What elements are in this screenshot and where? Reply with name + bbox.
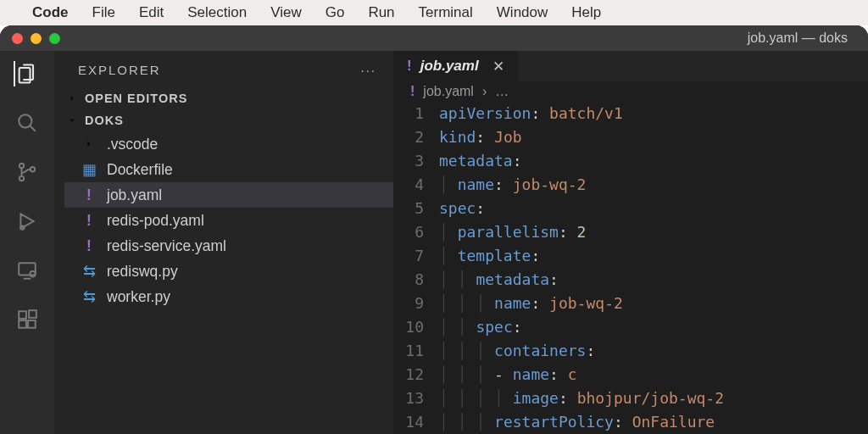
tab-job-yaml[interactable]: ! job.yaml ✕ — [393, 51, 518, 81]
file-row[interactable]: !redis-pod.yaml — [64, 208, 393, 233]
chevron-right-icon: › — [482, 84, 487, 99]
menu-run[interactable]: Run — [356, 4, 406, 21]
menu-app[interactable]: Code — [20, 4, 81, 21]
breadcrumb-rest: … — [495, 84, 509, 99]
file-row[interactable]: ⇆rediswq.py — [64, 259, 393, 284]
chevron-right-icon — [68, 92, 78, 105]
remote-activity-icon[interactable] — [14, 258, 40, 283]
python-file-icon: ⇆ — [80, 263, 98, 281]
search-activity-icon[interactable] — [14, 110, 40, 136]
window-title: job.yaml — doks — [748, 31, 848, 46]
explorer-more-icon[interactable]: ··· — [360, 63, 376, 77]
workspace-folder-label: DOKS — [85, 114, 124, 127]
explorer-activity-icon[interactable] — [14, 61, 39, 86]
menu-go[interactable]: Go — [314, 4, 357, 21]
svg-rect-7 — [19, 263, 36, 275]
svg-point-4 — [31, 167, 35, 171]
file-row[interactable]: !job.yaml — [64, 182, 393, 208]
python-file-icon: ⇆ — [80, 288, 98, 306]
run-debug-activity-icon[interactable] — [14, 209, 40, 234]
close-tab-icon[interactable]: ✕ — [492, 58, 504, 75]
svg-point-9 — [30, 271, 36, 277]
file-label: worker.py — [107, 288, 170, 306]
docker-file-icon: ▦ — [80, 161, 98, 179]
file-row[interactable]: ▦Dockerfile — [64, 157, 393, 182]
chevron-down-icon — [68, 114, 78, 127]
traffic-lights — [0, 33, 60, 44]
svg-line-1 — [30, 125, 36, 131]
extensions-activity-icon[interactable] — [14, 307, 40, 332]
macos-menubar: Code File Edit Selection View Go Run Ter… — [0, 0, 868, 25]
chevron-right-icon — [80, 139, 98, 149]
svg-rect-10 — [19, 311, 26, 319]
menu-file[interactable]: File — [81, 4, 127, 21]
svg-rect-13 — [29, 310, 36, 318]
file-label: redis-service.yaml — [107, 237, 226, 255]
breadcrumb[interactable]: ! job.yaml › … — [393, 81, 868, 102]
svg-point-0 — [19, 114, 31, 127]
menu-selection[interactable]: Selection — [175, 4, 259, 21]
tab-label: job.yaml — [420, 58, 479, 75]
yaml-file-icon: ! — [410, 84, 415, 99]
file-label: job.yaml — [107, 186, 162, 204]
code-editor[interactable]: 1apiVersion: batch/v12kind: Job3metadata… — [393, 102, 868, 434]
open-editors-label: OPEN EDITORS — [85, 92, 187, 105]
file-label: .vscode — [107, 136, 158, 153]
file-label: redis-pod.yaml — [107, 212, 204, 230]
minimize-window-button[interactable] — [31, 33, 42, 44]
folder-section[interactable]: DOKS — [54, 109, 393, 131]
explorer-panel: EXPLORER ··· OPEN EDITORS DOKS .vscode▦D… — [54, 51, 393, 434]
svg-point-3 — [19, 176, 24, 181]
file-tree: .vscode▦Dockerfile!job.yaml!redis-pod.ya… — [54, 131, 393, 309]
menu-window[interactable]: Window — [485, 4, 559, 21]
svg-rect-11 — [19, 320, 26, 328]
explorer-title: EXPLORER — [78, 63, 161, 77]
folder-row[interactable]: .vscode — [64, 131, 393, 157]
yaml-file-icon: ! — [80, 212, 98, 230]
source-control-activity-icon[interactable] — [14, 159, 40, 185]
yaml-file-icon: ! — [407, 58, 412, 75]
file-row[interactable]: ⇆worker.py — [64, 284, 393, 309]
zoom-window-button[interactable] — [49, 33, 60, 44]
menu-help[interactable]: Help — [559, 4, 613, 21]
menu-view[interactable]: View — [259, 4, 314, 21]
file-label: rediswq.py — [107, 263, 178, 281]
svg-point-2 — [19, 164, 24, 168]
breadcrumb-file: job.yaml — [423, 84, 474, 99]
menu-edit[interactable]: Edit — [127, 4, 175, 21]
activity-bar — [0, 51, 54, 434]
vscode-window: job.yaml — doks — [0, 25, 868, 434]
menu-terminal[interactable]: Terminal — [407, 4, 485, 21]
file-row[interactable]: !redis-service.yaml — [64, 233, 393, 259]
yaml-file-icon: ! — [80, 186, 98, 204]
titlebar[interactable]: job.yaml — doks — [0, 25, 868, 51]
yaml-file-icon: ! — [80, 237, 98, 255]
tab-bar: ! job.yaml ✕ — [393, 51, 868, 81]
editor-group: ! job.yaml ✕ ! job.yaml › … 1apiVersion:… — [393, 51, 868, 434]
close-window-button[interactable] — [12, 33, 23, 44]
svg-rect-12 — [28, 320, 36, 328]
file-label: Dockerfile — [107, 161, 173, 179]
open-editors-section[interactable]: OPEN EDITORS — [54, 87, 393, 109]
